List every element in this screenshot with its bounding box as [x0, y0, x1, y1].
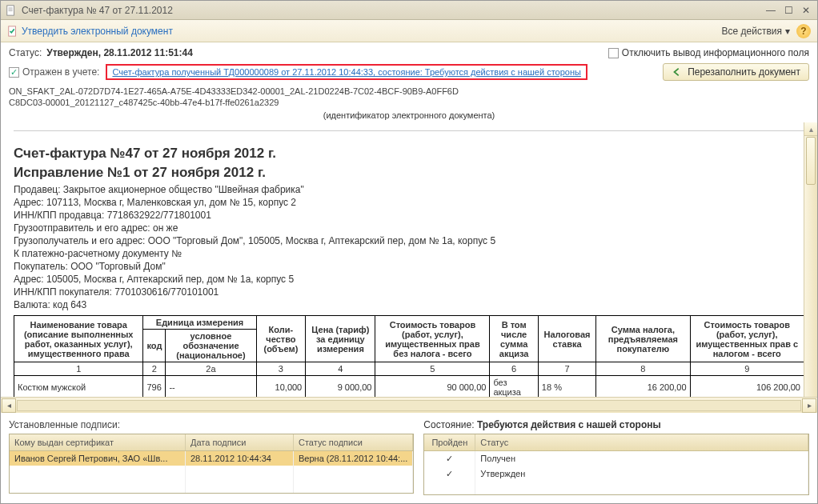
status-label: Статус: — [9, 47, 42, 58]
sig-date: 28.11.2012 10:44:34 — [186, 451, 294, 466]
toolbar: Утвердить электронный документ Все дейст… — [1, 20, 817, 42]
th-qty: Коли-чество (объем) — [256, 316, 306, 362]
window-root: Счет-фактура № 47 от 27.11.2012 — ☐ ✕ Ут… — [0, 0, 818, 504]
state-hdr-status[interactable]: Статус — [475, 434, 808, 450]
all-actions-label: Все действия — [722, 26, 782, 37]
horizontal-scrollbar[interactable]: ◂ ▸ — [1, 397, 817, 413]
scroll-right-icon[interactable]: ▸ — [802, 398, 816, 413]
th-tax-sum: Сумма налога, предъявляемая покупателю — [596, 316, 690, 362]
consignee-line: Грузополучатель и его адрес: ООО "Торгов… — [14, 235, 804, 246]
chevron-down-icon: ▾ — [785, 26, 790, 37]
svg-rect-1 — [9, 7, 13, 8]
seller-address: Адрес: 107113, Москва г, Маленковская ул… — [14, 197, 804, 208]
table-row: Костюм мужской 796 -- 10,000 9 000,00 90… — [14, 376, 804, 398]
status-bar: Статус: Утвержден, 28.11.2012 11:51:44 О… — [1, 42, 817, 63]
document-icon — [6, 5, 17, 16]
maximize-button[interactable]: ☐ — [782, 4, 795, 17]
state-row[interactable]: ✓ Утвержден — [424, 466, 808, 482]
state-hdr-passed[interactable]: Пройден — [424, 434, 475, 450]
invoice-state-link[interactable]: Счет-фактура полученный ТД000000089 от 2… — [106, 64, 587, 80]
scroll-left-icon[interactable]: ◂ — [2, 398, 16, 413]
shipper-line: Грузоотправитель и его адрес: он же — [14, 222, 804, 234]
vertical-scrollbar[interactable]: ▴ — [804, 122, 817, 397]
edoc-id-block: ON_SFAKT_2AL-072D7D74-1E27-465A-A75E-4D4… — [1, 86, 817, 122]
cell-tax-rate: 18 % — [538, 376, 595, 398]
cell-tax-sum: 16 200,00 — [596, 376, 690, 398]
buyer-inn: ИНН/КПП покупателя: 7701030616/770101001 — [14, 286, 804, 298]
cell-qty: 10,000 — [256, 376, 306, 398]
th-unit: Единица измерения — [143, 316, 256, 330]
seller-line: Продавец: Закрытое акционерное общество … — [14, 184, 804, 195]
reflected-label: Отражен в учете: — [22, 66, 99, 78]
refill-button[interactable]: Перезаполнить документ — [663, 63, 809, 81]
signature-row[interactable]: Иванов Сергей Петрович, ЗАО «Шв... 28.11… — [10, 451, 413, 466]
th-tax-rate: Налоговая ставка — [538, 316, 595, 362]
scroll-track[interactable] — [17, 400, 801, 411]
disable-info-label: Отключить вывод информационного поля — [622, 47, 809, 58]
bottom-panels: Установленные подписи: Кому выдан сертиф… — [1, 413, 817, 503]
svg-rect-3 — [9, 10, 13, 11]
th-name: Наименование товара (описание выполненны… — [14, 316, 143, 362]
th-cost-tax: Стоимость товаров (работ, услуг), имущес… — [690, 316, 804, 362]
signatures-title: Установленные подписи: — [9, 419, 414, 430]
payment-doc-line: К платежно-расчетному документу № — [14, 248, 804, 259]
th-unit-name: условное обозначение (национальное) — [166, 330, 256, 362]
state-status: Утвержден — [475, 466, 808, 482]
sig-hdr-who[interactable]: Кому выдан сертификат — [10, 434, 186, 450]
table-num-row: 1 2 2а 3 4 5 6 7 8 9 — [14, 362, 804, 376]
buyer-line: Покупатель: ООО "Торговый Дом" — [14, 261, 804, 272]
edoc-id-line2: C8DC03-00001_20121127_c487425c-40bb-47e4… — [9, 97, 809, 108]
scroll-up-icon[interactable]: ▴ — [804, 122, 817, 136]
doc-title-2: Исправление №1 от 27 ноября 2012 г. — [14, 165, 804, 181]
doc-approve-icon — [7, 26, 18, 37]
th-excise: В том числе сумма акциза — [490, 316, 538, 362]
document-body: Счет-фактура №47 от 27 ноября 2012 г. Ис… — [14, 130, 804, 397]
help-button[interactable]: ? — [796, 24, 811, 38]
state-row-empty — [424, 482, 808, 494]
state-panel: Состояние: Требуются действия с нашей ст… — [423, 419, 809, 495]
disable-info-checkbox[interactable] — [608, 48, 619, 58]
doc-title-1: Счет-фактура №47 от 27 ноября 2012 г. — [14, 146, 804, 162]
svg-rect-2 — [9, 9, 13, 10]
window-title: Счет-фактура № 47 от 27.11.2012 — [22, 5, 760, 16]
titlebar: Счет-фактура № 47 от 27.11.2012 — ☐ ✕ — [1, 1, 817, 20]
state-label: Состояние: — [423, 419, 474, 430]
document-viewport[interactable]: ▴ Счет-фактура №47 от 27 ноября 2012 г. … — [1, 122, 817, 397]
cell-code: 796 — [143, 376, 166, 398]
refill-label: Перезаполнить документ — [688, 66, 800, 78]
edoc-id-caption: (идентификатор электронного документа) — [9, 110, 809, 121]
scroll-thumb[interactable] — [806, 137, 816, 185]
edoc-id-line1: ON_SFAKT_2AL-072D7D74-1E27-465A-A75E-4D4… — [9, 86, 809, 97]
th-price: Цена (тариф) за единицу измерения — [306, 316, 375, 362]
arrow-left-icon — [672, 66, 683, 78]
cell-name: Костюм мужской — [14, 376, 143, 398]
th-code: код — [143, 330, 166, 362]
cell-excise: без акциза — [490, 376, 538, 398]
seller-inn: ИНН/КПП продавца: 7718632922/771801001 — [14, 210, 804, 221]
buyer-address: Адрес: 105005, Москва г, Аптекарский пер… — [14, 274, 804, 285]
sig-who: Иванов Сергей Петрович, ЗАО «Шв... — [10, 451, 186, 466]
minimize-button[interactable]: — — [764, 4, 777, 17]
cell-cost-tax: 106 200,00 — [690, 376, 804, 398]
state-check: ✓ — [424, 451, 475, 466]
state-row[interactable]: ✓ Получен — [424, 451, 808, 466]
currency-line: Валюта: код 643 — [14, 299, 804, 310]
status-value: Утвержден, 28.11.2012 11:51:44 — [46, 47, 193, 58]
sig-hdr-status[interactable]: Статус подписи — [294, 434, 413, 450]
signature-row-empty — [10, 466, 413, 493]
cell-unit-name: -- — [166, 376, 256, 398]
sig-hdr-date[interactable]: Дата подписи — [186, 434, 294, 450]
reflected-checkbox[interactable] — [9, 67, 19, 78]
invoice-table: Наименование товара (описание выполненны… — [14, 315, 804, 397]
all-actions-dropdown[interactable]: Все действия ▾ — [722, 26, 790, 37]
th-cost-notax: Стоимость товаров (работ, услуг), имущес… — [375, 316, 490, 362]
state-check: ✓ — [424, 466, 475, 482]
approve-label: Утвердить электронный документ — [22, 26, 173, 37]
close-button[interactable]: ✕ — [800, 4, 812, 17]
state-status: Получен — [475, 451, 808, 466]
sig-status: Верна (28.11.2012 10:44:... — [294, 451, 413, 466]
signatures-panel: Установленные подписи: Кому выдан сертиф… — [9, 419, 414, 495]
approve-edoc-link[interactable]: Утвердить электронный документ — [7, 26, 173, 37]
state-value: Требуются действия с нашей стороны — [477, 419, 661, 430]
cell-cost-notax: 90 000,00 — [375, 376, 490, 398]
